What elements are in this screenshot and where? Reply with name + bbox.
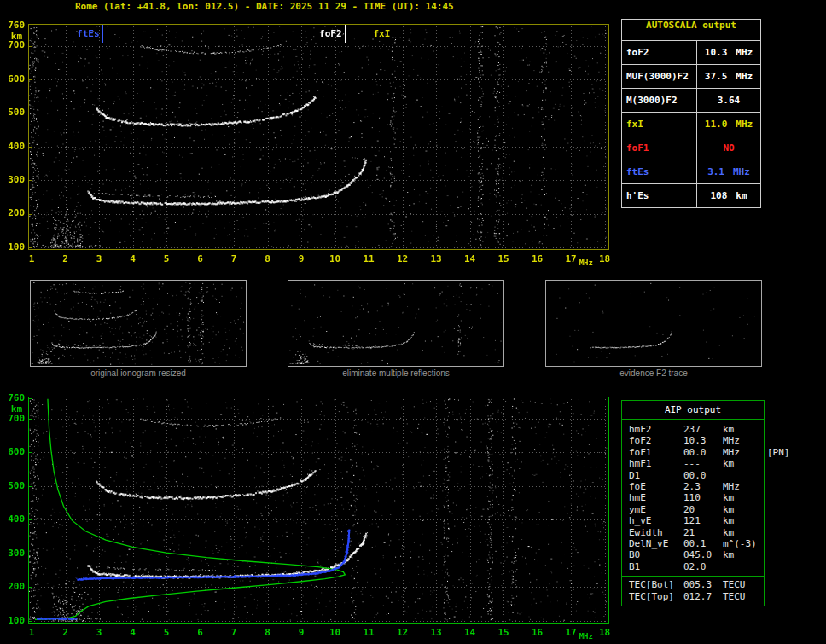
autoscala-row: fxI11.0MHz	[622, 112, 760, 136]
aip-row-unit	[723, 470, 767, 481]
aip-row-label: Ewidth	[629, 527, 683, 538]
aip-row-label: TEC[Top]	[629, 591, 683, 602]
bottom-ionogram	[0, 388, 620, 644]
autoscala-screen: Rome (lat: +41.8, lon: 012.5) - DATE: 20…	[0, 0, 826, 644]
aip-row: hmF1---km	[629, 458, 762, 469]
aip-row-unit: m^(-3)	[723, 538, 767, 549]
page-title: Rome (lat: +41.8, lon: 012.5) - DATE: 20…	[75, 1, 454, 12]
autoscala-row-value: 37.5MHz	[697, 71, 760, 82]
aip-panel-title: AIP output	[622, 401, 764, 420]
aip-row-value: 2.3	[683, 481, 723, 492]
thumbnail-eliminate-reflections	[288, 280, 504, 367]
autoscala-row-value: 108km	[697, 190, 760, 201]
autoscala-row: foF210.3MHz	[622, 40, 760, 64]
autoscala-row-value: 10.3MHz	[697, 47, 760, 58]
aip-row-unit: km	[723, 527, 767, 538]
aip-row-label: foF1	[629, 447, 683, 458]
aip-row-label: ymE	[629, 504, 683, 515]
aip-row-label: hmF1	[629, 458, 683, 469]
aip-row-value: 02.0	[683, 561, 723, 572]
aip-rows: hmF2237kmfoF210.3MHzfoF100.0MHz[PN]hmF1-…	[622, 420, 764, 572]
aip-row: TEC[Bot]005.3TECU	[629, 579, 762, 590]
aip-row-value: 20	[683, 504, 723, 515]
aip-row: foE2.3MHz	[629, 481, 762, 492]
aip-row-label: h_vE	[629, 515, 683, 526]
autoscala-row-value: NO	[697, 142, 760, 154]
aip-row-value: ---	[683, 458, 723, 469]
thumbnail-caption-eliminate: eliminate multiple reflections	[288, 368, 504, 378]
autoscala-row-label: foF1	[622, 136, 697, 160]
autoscala-row-value: 3.64	[697, 95, 760, 106]
aip-row: DelN_vE00.1m^(-3)	[629, 538, 762, 549]
aip-row-unit: km	[723, 458, 767, 469]
autoscala-row-label: h'Es	[622, 184, 697, 207]
aip-row-label: DelN_vE	[629, 538, 683, 549]
aip-row-value: 237	[683, 424, 723, 435]
aip-row-value: 121	[683, 515, 723, 526]
aip-row-unit: TECU	[723, 579, 767, 590]
aip-row-unit: MHz	[723, 481, 767, 492]
aip-row: D100.0	[629, 470, 762, 481]
autoscala-rows: foF210.3MHzMUF(3000)F237.5MHzM(3000)F23.…	[622, 40, 760, 207]
aip-row-value: 21	[683, 527, 723, 538]
autoscala-row: foF1NO	[622, 136, 760, 160]
aip-row: hmE110km	[629, 492, 762, 503]
autoscala-row-label: foF2	[622, 41, 697, 64]
autoscala-row-label: M(3000)F2	[622, 89, 697, 112]
aip-row: TEC[Top]012.7TECU	[629, 591, 762, 602]
aip-row-unit: TECU	[723, 591, 767, 602]
aip-row-unit: MHz	[723, 447, 767, 458]
aip-row-label: B1	[629, 561, 683, 572]
aip-row: h_vE121km	[629, 515, 762, 526]
aip-row-unit: km	[723, 504, 767, 515]
thumbnail-evidence-f2	[545, 280, 762, 367]
aip-row-label: B0	[629, 549, 683, 560]
autoscala-row-label: ftEs	[622, 160, 697, 183]
aip-row-value: 00.0	[683, 447, 723, 458]
aip-row-unit: km	[723, 515, 767, 526]
aip-row-unit: MHz	[723, 435, 767, 446]
aip-row-unit: km	[723, 424, 767, 435]
aip-row-label: D1	[629, 470, 683, 481]
aip-row: ymE20km	[629, 504, 762, 515]
autoscala-row: h'Es108km	[622, 183, 760, 207]
aip-output-panel: AIP output hmF2237kmfoF210.3MHzfoF100.0M…	[621, 400, 765, 606]
autoscala-row-value: 11.0MHz	[697, 119, 760, 130]
aip-row-unit: km	[723, 492, 767, 503]
autoscala-row-value: 3.1MHz	[697, 166, 760, 177]
autoscala-panel-title: AUTOSCALA output	[622, 20, 760, 40]
aip-row: foF100.0MHz[PN]	[629, 447, 762, 458]
autoscala-output-panel: AUTOSCALA output foF210.3MHzMUF(3000)F23…	[621, 19, 761, 208]
aip-row-value: 045.0	[683, 549, 723, 560]
aip-row-value: 005.3	[683, 579, 723, 590]
aip-row: hmF2237km	[629, 424, 762, 435]
aip-row-label: hmE	[629, 492, 683, 503]
autoscala-row-label: MUF(3000)F2	[622, 65, 697, 88]
autoscala-row: ftEs3.1MHz	[622, 160, 760, 183]
autoscala-row: M(3000)F23.64	[622, 88, 760, 112]
aip-row-unit	[723, 561, 767, 572]
top-ionogram	[0, 12, 620, 266]
aip-row-label: hmF2	[629, 424, 683, 435]
autoscala-row: MUF(3000)F237.5MHz	[622, 64, 760, 88]
aip-row-value: 00.0	[683, 470, 723, 481]
aip-row-label: TEC[Bot]	[629, 579, 683, 590]
aip-row-unit: km	[723, 549, 767, 560]
thumbnail-caption-evidence: evidence F2 trace	[545, 368, 762, 378]
aip-row-label: foE	[629, 481, 683, 492]
aip-row: B0045.0km	[629, 549, 762, 560]
aip-row: Ewidth21km	[629, 527, 762, 538]
aip-row-value: 00.1	[683, 538, 723, 549]
thumbnail-caption-original: original ionogram resized	[30, 368, 247, 378]
aip-row-label: foF2	[629, 435, 683, 446]
aip-row-value: 10.3	[683, 435, 723, 446]
aip-row: B102.0	[629, 561, 762, 572]
aip-tec-rows: TEC[Bot]005.3TECUTEC[Top]012.7TECU	[622, 576, 764, 602]
thumbnail-original-ionogram	[30, 280, 247, 367]
autoscala-row-label: fxI	[622, 113, 697, 136]
aip-row-extra: [PN]	[767, 447, 790, 458]
aip-row-value: 012.7	[683, 591, 723, 602]
aip-row-value: 110	[683, 492, 723, 503]
aip-row: foF210.3MHz	[629, 435, 762, 446]
